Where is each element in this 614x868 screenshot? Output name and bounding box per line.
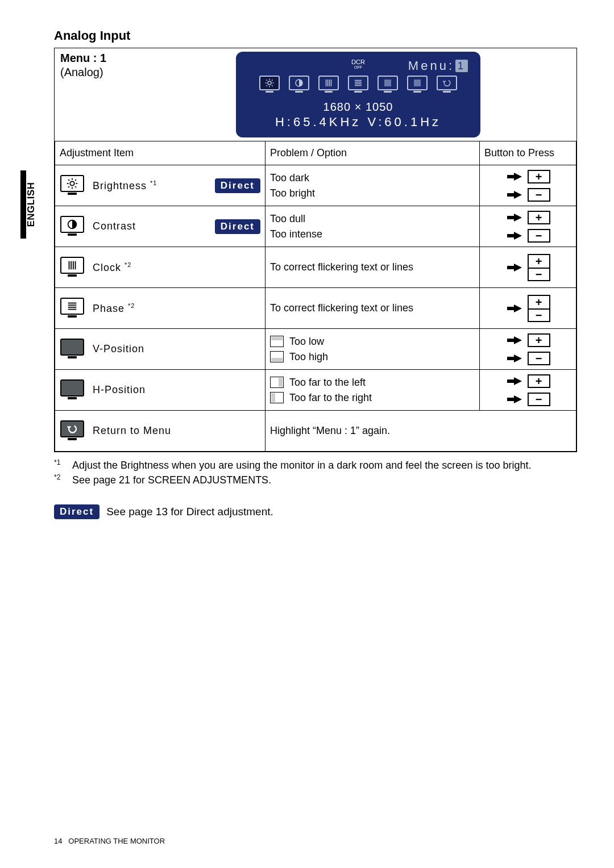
- th-problem: Problem / Option: [265, 141, 480, 165]
- minus-button[interactable]: −: [528, 229, 550, 243]
- direct-badge: Direct: [215, 219, 260, 234]
- row-brightness: Brightness *1 Direct Too dark Too bright…: [55, 165, 576, 206]
- svg-line-25: [68, 180, 69, 181]
- svg-point-0: [268, 81, 271, 85]
- svg-rect-18: [384, 80, 391, 86]
- menu-label: Menu : 1: [60, 52, 146, 65]
- minus-button[interactable]: −: [528, 308, 550, 322]
- row-contrast: Contrast Direct Too dull Too intense + −: [55, 206, 576, 247]
- row-return: Return to Menu Highlight “Menu : 1” agai…: [55, 411, 576, 452]
- direct-note: Direct See page 13 for Direct adjustment…: [54, 504, 577, 519]
- hand-icon: [506, 303, 523, 314]
- hpos-left-icon: [270, 377, 284, 388]
- minus-button[interactable]: −: [528, 393, 550, 406]
- vposition-icon: [60, 339, 85, 360]
- brightness-icon: [60, 175, 85, 197]
- plus-button[interactable]: +: [528, 211, 550, 224]
- return-icon: [60, 420, 85, 442]
- hand-icon: [506, 212, 523, 223]
- page-footer: 14 OPERATING THE MONITOR: [54, 837, 165, 845]
- vposition-label: V-Position: [93, 343, 144, 355]
- hand-icon: [506, 262, 523, 273]
- osd-contrast-icon: [288, 76, 310, 95]
- direct-badge: Direct: [54, 504, 99, 519]
- osd-phase-icon: [347, 76, 370, 95]
- svg-point-20: [70, 181, 74, 185]
- hand-icon: [506, 230, 523, 241]
- clock-icon: [60, 257, 85, 278]
- vpos-high-icon: [270, 351, 284, 362]
- footnotes: *1Adjust the Brightness when you are usi…: [54, 458, 577, 487]
- direct-badge: Direct: [215, 178, 260, 193]
- osd-preview: DCR OFF Menu:1: [236, 52, 480, 137]
- osd-resolution: 1680 × 1050: [244, 101, 472, 114]
- row-hposition: H-Position Too far to the left Too far t…: [55, 370, 576, 411]
- th-button: Button to Press: [480, 141, 576, 165]
- row-vposition: V-Position Too low Too high + −: [55, 329, 576, 370]
- hand-icon: [506, 394, 523, 405]
- svg-line-7: [266, 85, 267, 86]
- dcr-indicator: DCR OFF: [351, 59, 365, 69]
- page-title: Analog Input: [54, 28, 577, 43]
- contrast-label: Contrast: [93, 220, 136, 232]
- osd-menu-badge: Menu:1: [408, 59, 468, 73]
- svg-line-8: [272, 80, 273, 81]
- svg-line-27: [68, 186, 69, 187]
- brightness-label: Brightness *1: [93, 180, 157, 192]
- th-item: Adjustment Item: [55, 141, 265, 165]
- svg-rect-19: [414, 80, 421, 86]
- plus-button[interactable]: +: [528, 333, 550, 347]
- analog-label: (Analog): [60, 66, 146, 79]
- plus-button[interactable]: +: [528, 170, 550, 183]
- plus-button[interactable]: +: [528, 374, 550, 388]
- phase-label: Phase *2: [93, 302, 135, 315]
- vpos-low-icon: [270, 336, 284, 347]
- hand-icon: [506, 189, 523, 201]
- menu-panel: Menu : 1 (Analog) DCR OFF Menu:1: [54, 48, 577, 452]
- page-content: Analog Input Menu : 1 (Analog) DCR OFF M…: [54, 28, 577, 519]
- svg-line-6: [272, 85, 273, 86]
- minus-button[interactable]: −: [528, 188, 550, 202]
- language-tab-label: ENGLISH: [26, 182, 37, 227]
- svg-line-5: [266, 80, 267, 81]
- hand-icon: [506, 171, 523, 182]
- language-tab: ENGLISH: [20, 170, 36, 239]
- svg-line-28: [75, 180, 76, 181]
- minus-button[interactable]: −: [528, 352, 550, 365]
- osd-frequency: H:65.4KHz V:60.1Hz: [244, 115, 472, 130]
- minus-button[interactable]: −: [528, 268, 550, 281]
- plus-button[interactable]: +: [528, 295, 550, 308]
- osd-vpos-icon: [376, 76, 399, 95]
- osd-hpos-icon: [406, 76, 429, 95]
- row-clock: Clock *2 To correct flickering text or l…: [55, 247, 576, 288]
- svg-line-26: [75, 186, 76, 187]
- plus-button[interactable]: +: [528, 254, 550, 268]
- phase-icon: [60, 298, 85, 319]
- adjustment-table: Adjustment Item Problem / Option Button …: [55, 141, 576, 452]
- osd-brightness-icon: [258, 76, 281, 95]
- hand-icon: [506, 353, 523, 364]
- hposition-icon: [60, 379, 85, 401]
- hposition-label: H-Position: [93, 384, 146, 396]
- osd-return-icon: [435, 76, 458, 95]
- return-label: Return to Menu: [93, 425, 171, 437]
- osd-clock-icon: [317, 76, 340, 95]
- hpos-right-icon: [270, 392, 284, 403]
- clock-label: Clock *2: [93, 261, 131, 274]
- row-phase: Phase *2 To correct flickering text or l…: [55, 288, 576, 329]
- hand-icon: [506, 335, 523, 346]
- osd-icon-row: [244, 76, 472, 95]
- hand-icon: [506, 375, 523, 387]
- contrast-icon: [60, 216, 85, 237]
